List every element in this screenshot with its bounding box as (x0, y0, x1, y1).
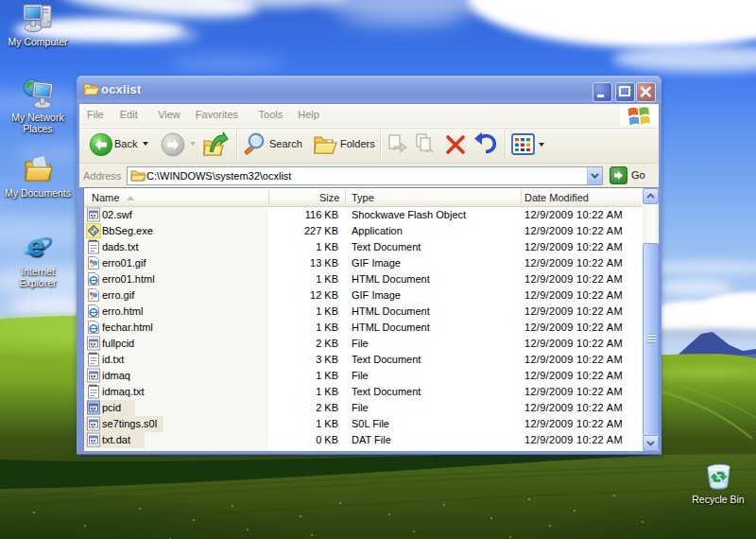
svg-text:e: e (28, 230, 44, 263)
